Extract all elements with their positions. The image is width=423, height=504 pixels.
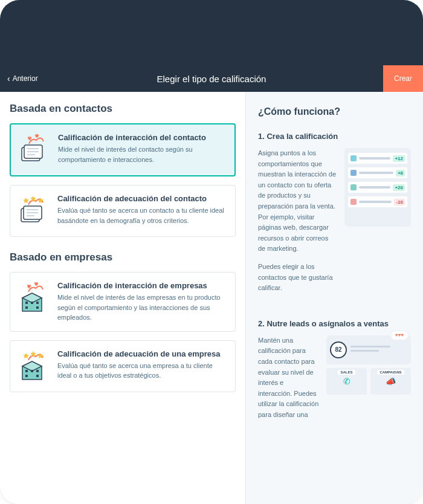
score-circle: 82 [330, 341, 347, 358]
svg-rect-13 [25, 306, 28, 309]
contact-engagement-icon [17, 133, 51, 167]
step1-body: Asigna puntos a los comportamientos que … [258, 148, 411, 301]
score-badge: +12 [393, 155, 405, 162]
card-body: Calificación de adecuación de una empres… [57, 349, 227, 383]
step1-illustration: +12 +8 +20 [344, 148, 411, 227]
card-title: Calificación de interacción de empresas [57, 281, 227, 290]
card-company-fit[interactable]: Calificación de adecuación de una empres… [10, 340, 236, 392]
card-body: Calificación de interacción del contacto… [58, 133, 226, 167]
hearts-icon: ♥♥♥ [390, 331, 408, 340]
sales-label: SALES [338, 370, 355, 375]
svg-rect-12 [36, 302, 39, 304]
step2-body: Mantén una calificación para cada contac… [258, 335, 411, 421]
step2-title: 2. Nutre leads o asígnalos a ventas [258, 319, 411, 328]
card-body: Calificación de interacción de empresas … [57, 281, 227, 323]
svg-rect-10 [25, 302, 28, 304]
company-engagement-icon [16, 281, 50, 315]
campaigns-label: CAMPAIGNS [377, 370, 404, 375]
back-button[interactable]: ‹ Anterior [7, 74, 38, 83]
page-title: Elegir el tipo de calificación [157, 74, 266, 84]
step1-text1: Asigna puntos a los comportamientos que … [258, 148, 337, 254]
svg-rect-16 [31, 370, 33, 372]
right-panel: ¿Cómo funciona? 1. Crea la calificación … [245, 92, 423, 504]
svg-rect-15 [25, 370, 28, 372]
card-desc: Mide el nivel de interés de las empresas… [57, 292, 227, 323]
step1-text: Asigna puntos a los comportamientos que … [258, 148, 337, 301]
svg-rect-18 [25, 375, 28, 377]
company-fit-icon [16, 349, 50, 383]
dark-header: ‹ Anterior Elegir el tipo de calificació… [0, 0, 423, 92]
svg-rect-19 [36, 375, 39, 377]
card-desc: Evalúa qué tanto se acerca un contacto a… [57, 205, 227, 225]
svg-rect-14 [36, 306, 39, 309]
create-button[interactable]: Crear [383, 65, 423, 92]
step1-title: 1. Crea la calificación [258, 132, 411, 141]
card-company-engagement[interactable]: Calificación de interacción de empresas … [10, 272, 236, 332]
step2-illustration: ♥♥♥ 82 SALES ✆ CAMPAIGNS [326, 335, 411, 421]
svg-rect-11 [31, 302, 33, 304]
score-badge: +8 [396, 170, 405, 176]
card-title: Calificación de interacción del contacto [58, 133, 226, 142]
card-title: Calificación de adecuación del contacto [57, 194, 227, 203]
step2-text: Mantén una calificación para cada contac… [258, 335, 319, 421]
score-badge: +20 [393, 184, 405, 191]
toolbar: ‹ Anterior Elegir el tipo de calificació… [0, 65, 423, 92]
howto-title: ¿Cómo funciona? [258, 106, 411, 117]
phone-icon: ✆ [343, 376, 350, 386]
score-badge: -10 [394, 199, 405, 205]
card-contact-engagement[interactable]: Calificación de interacción del contacto… [10, 123, 236, 176]
content-area: Basada en contactos [0, 92, 423, 504]
card-title: Calificación de adecuación de una empres… [57, 349, 227, 358]
chevron-left-icon: ‹ [7, 74, 10, 83]
card-desc: Evalúa qué tanto se acerca una empresa a… [57, 361, 227, 381]
megaphone-icon: 📣 [386, 376, 396, 386]
card-desc: Mide el nivel de interés del contacto se… [58, 144, 226, 164]
section-heading-companies: Basado en empresas [10, 251, 236, 263]
step1-text2: Puedes elegir a los contactos que te gus… [258, 262, 337, 294]
svg-rect-17 [36, 370, 39, 372]
back-label: Anterior [13, 74, 38, 83]
card-contact-fit[interactable]: Calificación de adecuación del contacto … [10, 185, 236, 237]
left-panel: Basada en contactos [0, 92, 245, 504]
card-body: Calificación de adecuación del contacto … [57, 194, 227, 228]
app-frame: ‹ Anterior Elegir el tipo de calificació… [0, 0, 423, 504]
contact-fit-icon [16, 194, 50, 228]
section-heading-contacts: Basada en contactos [10, 103, 236, 115]
